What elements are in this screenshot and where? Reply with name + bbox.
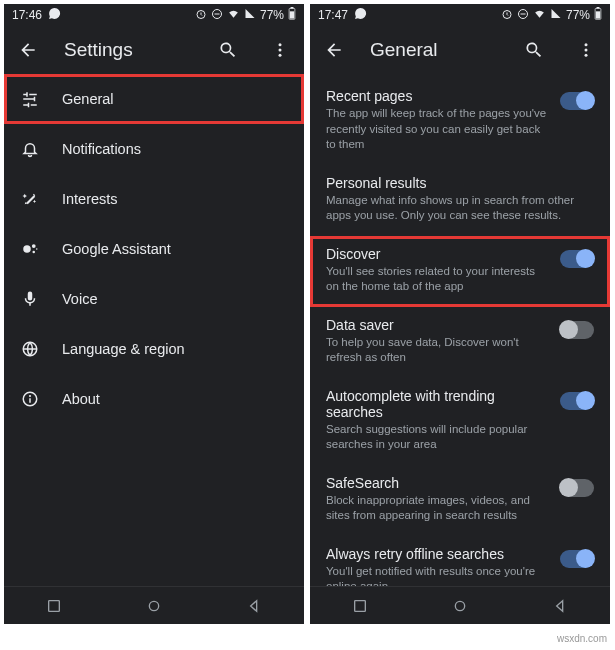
- toggle-switch[interactable]: [560, 392, 594, 410]
- battery-icon: [594, 7, 602, 23]
- item-sub: The app will keep track of the pages you…: [326, 106, 550, 153]
- svg-rect-28: [355, 600, 366, 611]
- general-list: Recent pages The app will keep track of …: [310, 74, 610, 586]
- nav-home-icon[interactable]: [440, 594, 480, 618]
- alarm-icon: [195, 8, 207, 23]
- settings-item-label: Interests: [62, 191, 118, 207]
- toggle-switch[interactable]: [560, 479, 594, 497]
- svg-point-29: [455, 601, 464, 610]
- settings-item-label: Notifications: [62, 141, 141, 157]
- toggle-switch[interactable]: [560, 250, 594, 268]
- item-sub: Manage what info shows up in search from…: [326, 193, 594, 224]
- nav-recent-icon[interactable]: [340, 594, 380, 618]
- item-sub: Search suggestions will include popular …: [326, 422, 550, 453]
- status-time: 17:47: [318, 8, 348, 22]
- settings-item-language[interactable]: Language & region: [4, 324, 304, 374]
- battery-text: 77%: [566, 8, 590, 22]
- svg-rect-23: [597, 7, 600, 8]
- settings-item-label: Google Assistant: [62, 241, 171, 257]
- mic-icon: [20, 289, 40, 309]
- whatsapp-icon: [354, 7, 367, 23]
- general-item-data-saver[interactable]: Data saver To help you save data, Discov…: [310, 307, 610, 378]
- more-icon[interactable]: [264, 34, 296, 66]
- svg-point-9: [23, 245, 31, 253]
- svg-rect-5: [290, 11, 294, 18]
- settings-item-notifications[interactable]: Notifications: [4, 124, 304, 174]
- nav-recent-icon[interactable]: [34, 594, 74, 618]
- wand-icon: [20, 189, 40, 209]
- status-bar: 17:46 77%: [4, 4, 304, 26]
- app-header: General: [310, 26, 610, 74]
- watermark: wsxdn.com: [557, 633, 607, 644]
- item-sub: To help you save data, Discover won't re…: [326, 335, 550, 366]
- status-bar: 17:47 77%: [310, 4, 610, 26]
- settings-item-general[interactable]: General: [4, 74, 304, 124]
- more-icon[interactable]: [570, 34, 602, 66]
- general-item-personal-results[interactable]: Personal results Manage what info shows …: [310, 165, 610, 236]
- nav-home-icon[interactable]: [134, 594, 174, 618]
- settings-item-assistant[interactable]: Google Assistant: [4, 224, 304, 274]
- settings-item-label: Language & region: [62, 341, 185, 357]
- general-item-discover[interactable]: Discover You'll see stories related to y…: [310, 236, 610, 307]
- item-sub: Block inappropriate images, videos, and …: [326, 493, 550, 524]
- item-title: Personal results: [326, 175, 594, 191]
- dnd-icon: [517, 8, 529, 23]
- signal-icon: [550, 8, 562, 23]
- svg-point-10: [32, 244, 36, 248]
- settings-item-voice[interactable]: Voice: [4, 274, 304, 324]
- item-title: Always retry offline searches: [326, 546, 550, 562]
- svg-point-16: [30, 396, 31, 397]
- general-item-autocomplete[interactable]: Autocomplete with trending searches Sear…: [310, 378, 610, 465]
- toggle-switch[interactable]: [560, 550, 594, 568]
- svg-rect-17: [49, 600, 60, 611]
- wifi-icon: [227, 7, 240, 23]
- svg-point-26: [585, 49, 588, 52]
- settings-item-label: Voice: [62, 291, 97, 307]
- toggle-switch[interactable]: [560, 321, 594, 339]
- svg-point-18: [149, 601, 158, 610]
- svg-rect-4: [291, 7, 294, 8]
- settings-item-about[interactable]: About: [4, 374, 304, 424]
- nav-back-icon[interactable]: [234, 594, 274, 618]
- svg-point-7: [279, 49, 282, 52]
- battery-text: 77%: [260, 8, 284, 22]
- item-title: Autocomplete with trending searches: [326, 388, 550, 420]
- settings-item-label: About: [62, 391, 100, 407]
- nav-bar: [4, 586, 304, 624]
- settings-list: General Notifications Interests Google A…: [4, 74, 304, 586]
- app-header: Settings: [4, 26, 304, 74]
- item-title: Recent pages: [326, 88, 550, 104]
- settings-item-interests[interactable]: Interests: [4, 174, 304, 224]
- search-icon[interactable]: [518, 34, 550, 66]
- search-icon[interactable]: [212, 34, 244, 66]
- nav-bar: [310, 586, 610, 624]
- item-title: Discover: [326, 246, 550, 262]
- toggle-switch[interactable]: [560, 92, 594, 110]
- svg-point-8: [279, 54, 282, 57]
- svg-point-6: [279, 43, 282, 46]
- signal-icon: [244, 8, 256, 23]
- info-icon: [20, 389, 40, 409]
- tune-icon: [20, 89, 40, 109]
- svg-rect-24: [596, 11, 600, 18]
- phone-settings: 17:46 77% Settings: [4, 4, 304, 624]
- general-item-recent-pages[interactable]: Recent pages The app will keep track of …: [310, 78, 610, 165]
- general-item-retry-offline[interactable]: Always retry offline searches You'll get…: [310, 536, 610, 586]
- globe-icon: [20, 339, 40, 359]
- battery-icon: [288, 7, 296, 23]
- back-icon[interactable]: [318, 34, 350, 66]
- general-item-safesearch[interactable]: SafeSearch Block inappropriate images, v…: [310, 465, 610, 536]
- alarm-icon: [501, 8, 513, 23]
- item-title: Data saver: [326, 317, 550, 333]
- bell-icon: [20, 139, 40, 159]
- wifi-icon: [533, 7, 546, 23]
- item-sub: You'll get notified with results once yo…: [326, 564, 550, 586]
- page-title: General: [370, 39, 498, 61]
- svg-point-27: [585, 54, 588, 57]
- whatsapp-icon: [48, 7, 61, 23]
- back-icon[interactable]: [12, 34, 44, 66]
- dnd-icon: [211, 8, 223, 23]
- nav-back-icon[interactable]: [540, 594, 580, 618]
- item-title: SafeSearch: [326, 475, 550, 491]
- assistant-icon: [20, 239, 40, 259]
